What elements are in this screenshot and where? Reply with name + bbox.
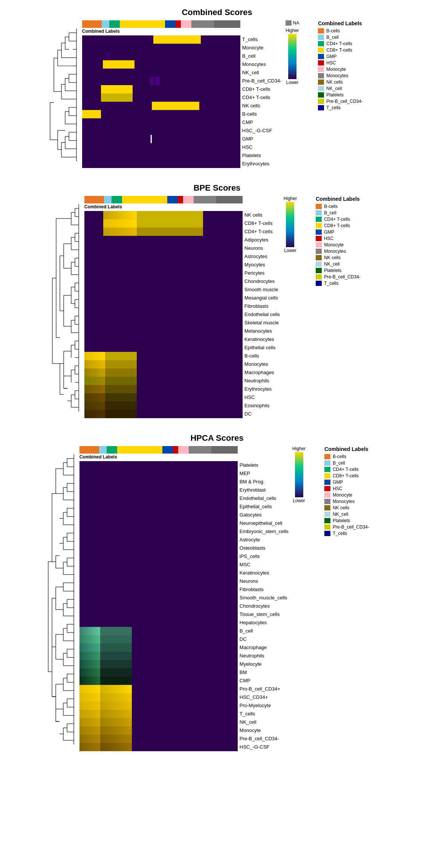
row-label: Pre-B_cell_CD34- [240, 735, 279, 743]
legend-swatch [316, 274, 322, 280]
legend-item: HSC [316, 236, 384, 241]
row-label: Mesangial cells [245, 294, 278, 302]
table-row: BM [79, 668, 289, 677]
svg-rect-308 [295, 452, 303, 497]
table-row: Monocytes [84, 360, 280, 368]
bpe-heatmap-area: Combined Labels NK cells CD8+ T-cells [50, 196, 384, 418]
row-label: Erythroblast [240, 486, 266, 494]
row-label: Fibroblasts [245, 302, 269, 310]
legend-swatch [324, 467, 330, 472]
table-row: Erythroblast [79, 486, 289, 494]
table-row: Melanocytes [84, 327, 280, 335]
row-label: CMP [242, 118, 253, 127]
bpe-heatmap-main: Combined Labels NK cells CD8+ T-cells [84, 196, 280, 418]
legend-label: CD8+ T-cells [324, 223, 350, 228]
legend-item: T_cells [324, 531, 392, 536]
legend-item: CD4+ T-cells [318, 41, 386, 46]
table-row: HSC_CD34+ [79, 693, 289, 701]
legend-item: GMP [316, 229, 384, 235]
table-row: MSC [79, 561, 289, 569]
row-label: Tissue_stem_cells [240, 610, 280, 619]
na-swatch [286, 20, 292, 26]
legend-title: Combined Labels [318, 20, 386, 26]
row-label: MSC [240, 561, 251, 569]
svg-rect-147 [286, 202, 294, 247]
table-row: Pre-B_cell_CD34- [79, 735, 289, 743]
legend-item: Platelets [318, 92, 386, 98]
table-row: CD4+ T-cells [82, 93, 282, 102]
legend-swatch [316, 229, 322, 235]
table-row: GMP [82, 135, 282, 143]
row-label: Pro-B_cell_CD34+ [240, 685, 280, 693]
row-label: Smooth muscle [245, 286, 278, 294]
table-row: Pro-Myelocyte [79, 701, 289, 710]
legend-item: NK cells [316, 255, 384, 260]
bpe-heatmap-grid: NK cells CD8+ T-cells CD4+ T-cells [84, 211, 280, 418]
legend-item: T_cells [316, 281, 384, 286]
hpca-heatmap-grid: Platelets MEP BM & Prog. Erythrobla [79, 461, 289, 751]
row-label: GMP [242, 135, 254, 143]
legend-item: CD8+ T-cells [324, 473, 392, 478]
legend-item: T_cells [318, 105, 386, 110]
legend-label: Platelets [324, 268, 341, 273]
legend-label: T_cells [326, 105, 341, 110]
legend-swatch [318, 67, 324, 72]
legend-item: Pre-B_cell_CD34- [318, 99, 386, 104]
row-label: T_cells [240, 710, 255, 718]
row-label: Keratinocytes [240, 569, 269, 577]
row-label: Adipocytes [245, 236, 269, 244]
legend-label: B_cell [324, 210, 336, 215]
bpe-title: BPE Scores [194, 183, 241, 193]
row-label: Neuroepithelial_cell [240, 519, 282, 527]
table-row: Smooth muscle [84, 286, 280, 294]
legend-swatch [318, 79, 324, 85]
legend-item: Monocytes [324, 499, 392, 504]
row-label: Erythrocytes [242, 160, 269, 168]
hpca-labels-legend: Combined Labels B-cells B_cell CD4+ T-ce… [324, 446, 392, 537]
table-row: Monocyte [82, 44, 282, 52]
row-label: Smooth_muscle_cells [240, 594, 287, 602]
table-row: Fibroblasts [79, 585, 289, 594]
legend-swatch [316, 217, 322, 222]
table-row: Myocytes [84, 261, 280, 269]
row-label: Astrocytes [245, 252, 267, 261]
legend-swatch [324, 531, 330, 536]
legend-swatch [318, 60, 324, 66]
row-label: Osteoblasts [240, 544, 266, 552]
row-label: BM [240, 668, 247, 677]
hpca-heatmap-main: Combined Labels Platelets MEP [79, 446, 289, 751]
row-label: Melanocytes [245, 327, 272, 335]
legend-swatch [324, 454, 330, 459]
legend-label: Monocytes [326, 73, 348, 78]
table-row: B-cells [84, 352, 280, 360]
row-label: NK cells [242, 102, 260, 110]
table-row: Astrocyte [79, 536, 289, 544]
table-row: Epithelial cells [84, 344, 280, 352]
legend-swatch [324, 499, 330, 504]
row-label: B-cells [242, 110, 257, 118]
row-label: Hepatocytes [240, 619, 267, 627]
combined-gradient-legend: NA Higher [286, 20, 300, 85]
bpe-section: BPE Scores [4, 183, 430, 418]
row-label: Macrophages [245, 368, 274, 377]
table-row: Eosinophils [84, 402, 280, 410]
row-label: Monocytes [245, 360, 268, 368]
combined-bar-label: Combined Labels [82, 29, 282, 34]
table-row: DC [79, 635, 289, 643]
table-row: Macrophages [84, 368, 280, 377]
row-label: HSC_-G-CSF [240, 743, 269, 751]
table-row: HSC [82, 143, 282, 151]
combined-section: Combined Scores [4, 8, 430, 168]
hpca-gradient-legend: Higher Lower [292, 446, 306, 503]
table-row: Endothelial_cells [79, 494, 289, 503]
legend-label: NK cells [326, 79, 343, 85]
legend-label: Monocytes [333, 499, 355, 504]
table-row: Gatocytes [79, 511, 289, 519]
legend-swatch [316, 242, 322, 248]
gradient-bar-svg [295, 452, 303, 497]
table-row: Astrocytes [84, 252, 280, 261]
legend-label: CD4+ T-cells [333, 467, 359, 472]
legend-swatch [324, 524, 330, 530]
lower-label: Lower [293, 498, 305, 503]
legend-swatch [318, 73, 324, 78]
